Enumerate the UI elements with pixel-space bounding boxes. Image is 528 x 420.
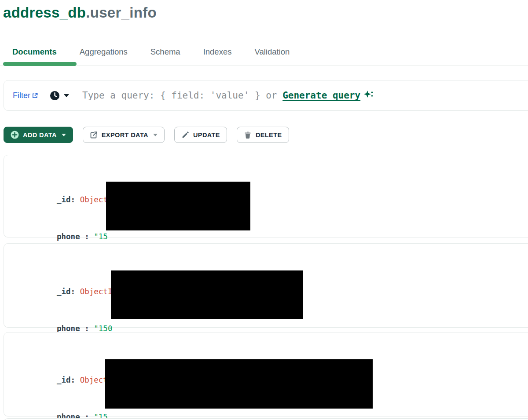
query-input[interactable]: Type a query: { field: 'value' } or Gene… (82, 90, 374, 101)
database-name: address_db (3, 4, 86, 21)
caret-down-icon (64, 94, 69, 97)
next-document-card-edge (4, 418, 528, 420)
field-key: _id (57, 195, 71, 204)
clock-icon (50, 91, 60, 101)
filter-link-label: Filter (13, 91, 30, 100)
filter-link[interactable]: Filter (13, 91, 38, 100)
add-data-label: ADD DATA (23, 131, 57, 139)
pencil-icon (181, 131, 189, 139)
field-value: "15 (94, 232, 108, 241)
delete-label: DELETE (256, 131, 282, 139)
collection-tab-bar: Documents Aggregations Schema Indexes Va… (0, 44, 528, 60)
document-card[interactable]: _id: ObjectId('6812319b77297b1efca978c8'… (4, 243, 528, 328)
tab-schema[interactable]: Schema (150, 47, 180, 57)
field-value: "150 (94, 324, 112, 333)
export-data-label: EXPORT DATA (102, 131, 148, 139)
export-data-button[interactable]: EXPORT DATA (83, 127, 165, 143)
tab-divider (0, 65, 528, 66)
update-label: UPDATE (193, 131, 220, 139)
document-card[interactable]: _id: ObjectId('6812319b77297b1efca978cd'… (4, 332, 528, 416)
page-title: address_db.user_info (3, 4, 157, 21)
tab-validation[interactable]: Validation (254, 47, 290, 57)
external-link-icon (32, 92, 38, 99)
field-key: phone (57, 232, 80, 241)
caret-down-icon (62, 134, 66, 136)
title-separator: . (86, 4, 90, 21)
field-key: _id (57, 287, 71, 296)
caret-down-icon (153, 134, 158, 136)
tab-aggregations[interactable]: Aggregations (80, 47, 128, 57)
redaction-box (111, 270, 303, 319)
add-data-button[interactable]: ADD DATA (4, 127, 73, 143)
field-key: phone (57, 324, 80, 333)
field-key: _id (57, 376, 71, 384)
tab-documents[interactable]: Documents (12, 47, 57, 57)
query-filter-bar[interactable]: Filter Type a query: { field: 'value' } … (4, 80, 528, 111)
collection-name: user_info (90, 4, 157, 21)
documents-toolbar: ADD DATA EXPORT DATA UPDATE (4, 127, 289, 143)
generate-query-link[interactable]: Generate query (282, 90, 360, 101)
redaction-box (105, 359, 373, 409)
update-button[interactable]: UPDATE (174, 127, 227, 143)
field-line-phone: phone : "15 (57, 231, 255, 243)
delete-button[interactable]: DELETE (237, 127, 289, 143)
sparkle-icon (363, 90, 374, 101)
plus-circle-icon (11, 131, 19, 139)
query-placeholder-text: Type a query: { field: 'value' } or (82, 90, 282, 101)
redaction-box (106, 182, 250, 230)
query-history-dropdown[interactable] (50, 91, 69, 101)
tab-indexes[interactable]: Indexes (203, 47, 232, 57)
trash-icon (244, 131, 252, 139)
active-tab-underline (3, 62, 77, 66)
export-icon (90, 131, 98, 139)
document-card[interactable]: _id: ObjectId('6812319b77297b1efca978c3'… (4, 155, 528, 237)
